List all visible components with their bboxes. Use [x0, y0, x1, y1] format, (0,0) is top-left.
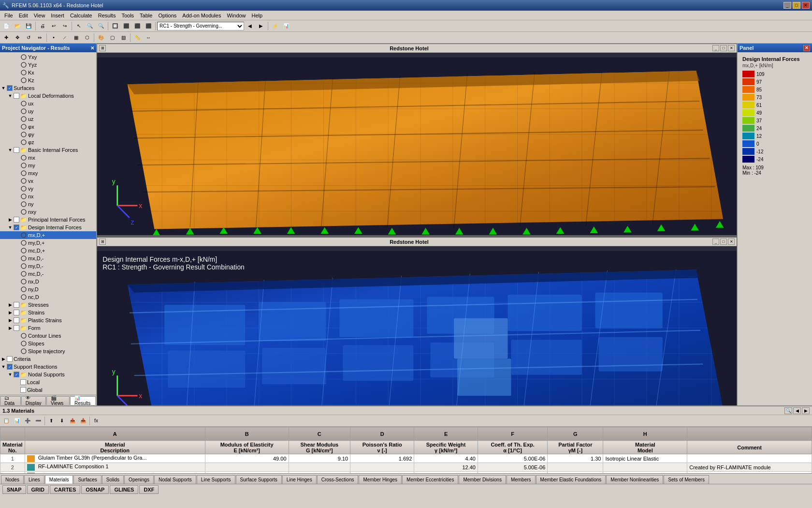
menu-edit[interactable]: Edit	[16, 12, 31, 19]
tab-nodal-supports[interactable]: Nodal Supports	[154, 475, 196, 484]
tree-checkbox[interactable]	[7, 356, 13, 362]
tree-item-ny[interactable]: ny	[0, 200, 96, 208]
tab-nodes[interactable]: Nodes	[1, 475, 24, 484]
nav-tab-results[interactable]: 📊 Results	[70, 396, 96, 405]
tb-zoom-out[interactable]: 🔍	[96, 21, 106, 31]
table-tb-5[interactable]: ⬆	[46, 416, 57, 426]
tree-item-mc_D__[interactable]: mc,D,+	[0, 247, 96, 254]
status-snap[interactable]: SNAP	[2, 485, 26, 494]
table-search-btn[interactable]: 🔍	[784, 407, 792, 414]
nav-tree[interactable]: YxyYyzKxKz▼✓Surfaces▼📁Local Deformations…	[0, 52, 96, 395]
tree-item-Yyz[interactable]: Yyz	[0, 61, 96, 69]
table-tb-8[interactable]: 📥	[78, 416, 88, 426]
tab-member-hinges[interactable]: Member Hinges	[359, 475, 402, 484]
tab-line-supports[interactable]: Line Supports	[197, 475, 235, 484]
tb-undo[interactable]: ↩	[48, 21, 59, 31]
table-tb-7[interactable]: 📤	[67, 416, 78, 426]
table-tb-formula[interactable]: fx	[91, 416, 102, 426]
tree-item-Local_Deformations[interactable]: ▼📁Local Deformations	[0, 92, 96, 100]
tree-expander[interactable]: ▶	[7, 301, 14, 308]
table-row[interactable]: 1 Glulam Timber GL39h (Perpendicular to …	[0, 454, 812, 463]
tab-line-hinges[interactable]: Line Hinges	[282, 475, 317, 484]
tree-item-Global[interactable]: Global	[0, 386, 96, 394]
tree-expander[interactable]: ▼	[0, 363, 7, 370]
tab-surfaces[interactable]: Surfaces	[73, 475, 101, 484]
tree-expander[interactable]: ▼	[0, 85, 7, 91]
menu-calculate[interactable]: Calculate	[67, 12, 95, 19]
status-dxf[interactable]: DXF	[139, 485, 159, 494]
viewport-top-max[interactable]: □	[720, 45, 727, 51]
tree-item-Slopes[interactable]: Slopes	[0, 340, 96, 347]
tree-expander[interactable]: ▶	[7, 216, 14, 223]
tb-print[interactable]: 🖨	[37, 21, 48, 31]
status-cartes[interactable]: CARTES	[50, 485, 80, 494]
tb-save[interactable]: 💾	[23, 21, 34, 31]
tab-materials[interactable]: Materials	[45, 475, 73, 484]
tree-item-Slope_trajectory[interactable]: Slope trajectory	[0, 347, 96, 355]
tb-mirror[interactable]: ⇔	[34, 33, 45, 43]
table-row[interactable]: 3 RF-LAMINATE Composition 2 11.40 5.00E-…	[0, 472, 812, 474]
table-nav-prev[interactable]: ◀	[793, 407, 801, 414]
tree-item-my_D__[interactable]: my,D,+	[0, 239, 96, 247]
close-button[interactable]: ✕	[802, 2, 810, 9]
tb-open[interactable]: 📂	[12, 21, 23, 31]
tree-item-Principal_Internal_Forces[interactable]: ▶📁Principal Internal Forces	[0, 216, 96, 224]
tree-checkbox[interactable]	[14, 302, 19, 308]
table-tb-2[interactable]: 📊	[12, 416, 22, 426]
tb-measure[interactable]: 📏	[132, 33, 143, 43]
tree-expander[interactable]: ▶	[7, 325, 14, 331]
menu-options[interactable]: Options	[155, 12, 179, 19]
tb-view-side[interactable]: ⬛	[132, 21, 143, 31]
tree-item-Kz[interactable]: Kz	[0, 76, 96, 84]
tb-hidden[interactable]: ▨	[118, 33, 129, 43]
status-grid[interactable]: GRID	[27, 485, 49, 494]
tb-redo[interactable]: ↪	[59, 21, 70, 31]
tb-calc[interactable]: ⚡	[270, 21, 280, 31]
viewport-bottom-close[interactable]: ✕	[728, 239, 735, 245]
menu-file[interactable]: File	[1, 12, 16, 19]
tab-lines[interactable]: Lines	[24, 475, 44, 484]
tb-view-3d[interactable]: 🔲	[110, 21, 120, 31]
tree-item-mx_D__[interactable]: mx,D,-	[0, 254, 96, 262]
tab-sets-of-members[interactable]: Sets of Members	[664, 475, 709, 484]
table-tb-4[interactable]: ➖	[33, 416, 44, 426]
tab-member-divisions[interactable]: Member Divisions	[459, 475, 506, 484]
tb-wireframe[interactable]: ▢	[107, 33, 117, 43]
tb-solid[interactable]: ⬡	[82, 33, 92, 43]
tb-results[interactable]: 📊	[281, 21, 291, 31]
tb-rotate[interactable]: ↺	[23, 33, 34, 43]
tree-item-nx[interactable]: nx	[0, 193, 96, 200]
menu-table[interactable]: Table	[137, 12, 155, 19]
tree-expander[interactable]: ▼	[7, 92, 14, 99]
tab-members[interactable]: Members	[507, 475, 536, 484]
status-osnap[interactable]: OSNAP	[81, 485, 109, 494]
tab-member-elastic-foundations[interactable]: Member Elastic Foundations	[536, 475, 606, 484]
tree-item-nx_D[interactable]: nx,D	[0, 278, 96, 285]
tree-item-mx_D__[interactable]: mx,D,+	[0, 231, 96, 239]
tree-checkbox[interactable]: ✓	[7, 85, 13, 91]
viewport-bottom-icon[interactable]: ⊞	[99, 239, 106, 245]
tree-item-my[interactable]: my	[0, 162, 96, 169]
tree-item-vx[interactable]: vx	[0, 177, 96, 185]
viewport-top-content[interactable]: x y z	[97, 53, 737, 236]
menu-insert[interactable]: Insert	[48, 12, 67, 19]
table-nav-next[interactable]: ▶	[802, 407, 810, 414]
tree-expander[interactable]: ▼	[7, 147, 14, 153]
nav-tab-data[interactable]: 🗂 Data	[0, 396, 21, 405]
tree-item-Nodal_Supports[interactable]: ▼✓📁Nodal Supports	[0, 371, 96, 378]
tb-dimension[interactable]: ↔	[143, 33, 154, 43]
tb-move[interactable]: ✥	[12, 33, 23, 43]
tree-item-uz[interactable]: uz	[0, 115, 96, 123]
table-tb-3[interactable]: ➕	[22, 416, 33, 426]
right-panel-close[interactable]: ✕	[803, 45, 810, 51]
tb-snap[interactable]: ✚	[1, 33, 12, 43]
tree-item-Kx[interactable]: Kx	[0, 69, 96, 76]
table-row[interactable]: 2 RF-LAMINATE Composition 1 12.40 5.00E-…	[0, 463, 812, 472]
menu-window[interactable]: Window	[224, 12, 248, 19]
tree-item-ny_D[interactable]: ny,D	[0, 285, 96, 293]
tab-member-nonlinearities[interactable]: Member Nonlinearities	[606, 475, 663, 484]
tree-checkbox[interactable]: ✓	[14, 372, 19, 377]
viewport-top-close[interactable]: ✕	[728, 45, 735, 51]
tree-checkbox[interactable]: ✓	[14, 224, 19, 230]
tree-expander[interactable]: ▼	[7, 224, 14, 231]
